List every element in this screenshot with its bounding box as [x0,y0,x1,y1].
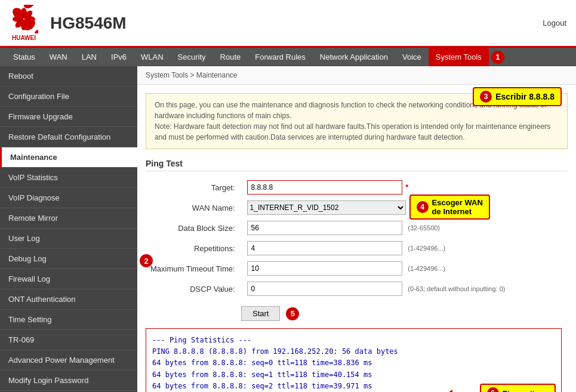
annotation-4-bubble: 4 Escoger WANde Internet [409,195,490,220]
data-block-row: Data Block Size: (32-65500) [146,218,568,238]
data-block-input[interactable] [247,221,402,235]
sidebar-item-voip-diagnose[interactable]: VoIP Diagnose [0,188,137,208]
info-section: On this page, you can use the maintenanc… [146,93,568,149]
sidebar-item-remote-mirror[interactable]: Remote Mirror [0,208,137,229]
ping-section-title: Ping Test [146,159,568,171]
nav-item-route[interactable]: Route [213,48,248,66]
nav-item-wlan[interactable]: WLAN [134,48,171,66]
nav-item-wan[interactable]: WAN [42,48,75,66]
data-block-hint: (32-65500) [408,224,440,232]
content-area: On this page, you can use the maintenanc… [137,85,576,392]
main-content: System Tools > Maintenance On this page,… [137,66,576,392]
annotation-3-text: Escribir 8.8.8.8 [495,92,555,101]
logo-area: HUAWEI [10,5,38,41]
nav-item-security[interactable]: Security [171,48,213,66]
sidebar-item-reboot[interactable]: Reboot [0,66,137,87]
sidebar-item-user-log[interactable]: User Log [0,229,137,249]
ping-test-section: Ping Test 2 Target: * WAN Name: [146,159,568,392]
repetitions-input[interactable] [247,241,402,255]
timeout-input[interactable] [247,261,402,276]
sidebar-item-advanced-power-management[interactable]: Advanced Power Management [0,350,137,371]
timeout-label: Maximum Timeout Time: [146,258,242,279]
device-model: HG8546M [50,14,543,33]
sidebar-item-debug-log[interactable]: Debug Log [0,249,137,269]
sidebar-item-maintenance[interactable]: Maintenance [0,147,137,168]
annotation-4-text: Escoger WANde Internet [432,198,483,216]
target-input[interactable] [247,180,402,195]
annotation-arrow-head [446,390,452,392]
info-text: On this page, you can use the maintenanc… [155,101,550,141]
sidebar-item-ont-authentication[interactable]: ONT Authentication [0,289,137,310]
annotation-4-num: 4 [417,201,429,213]
huawei-logo [10,5,38,33]
dscp-row: DSCP Value: (0-63; default without input… [146,279,568,299]
annotation-6-num: 6 [487,387,499,392]
nav-item-system-tools[interactable]: System Tools [429,48,489,66]
header: HUAWEI HG8546M Logout [0,0,576,48]
annotation-6-bubble: 6 Ping exitoso [480,384,556,392]
annotation-3-bubble: 3 Escribir 8.8.8.8 [473,87,562,106]
svg-point-2 [32,27,38,33]
breadcrumb: System Tools > Maintenance [137,66,576,85]
annotation-5-num: 5 [286,307,299,320]
target-required: * [405,183,408,192]
annotation-6-area: 6 Ping exitoso [451,384,556,392]
nav-item-status[interactable]: Status [6,48,42,66]
nav-item-network-application[interactable]: Network Application [313,48,395,66]
annotation-2-num: 2 [140,254,153,267]
annotation-3-num: 3 [480,91,492,103]
timeout-row: Maximum Timeout Time: (1-429496...) [146,258,568,279]
sidebar-item-tr-069[interactable]: TR-069 [0,330,137,350]
ping-form: Target: * WAN Name: 1_INTERNET_R_VID_150… [146,177,568,299]
repetitions-label: Repetitions: [146,238,242,258]
data-block-label: Data Block Size: [146,218,242,238]
repetitions-row: Repetitions: (1-429496...) [146,238,568,258]
brand-name: HUAWEI [12,35,36,41]
dscp-hint: (0-63; default without inputting: 0) [408,285,505,292]
annotation-6-text: Ping exitoso [503,389,549,392]
ping-output-wrapper: --- Ping Statistics --- PING 8.8.8.8 (8.… [146,328,568,392]
dscp-input[interactable] [247,282,402,296]
navbar: StatusWANLANIPv6WLANSecurityRouteForward… [0,48,576,66]
sidebar-item-configuration-file[interactable]: Configuration File [0,87,137,107]
wan-name-select[interactable]: 1_INTERNET_R_VID_15022_TR069_R_VID_15033… [247,200,406,215]
logout-button[interactable]: Logout [543,18,566,27]
sidebar-item-firmware-upgrade[interactable]: Firmware Upgrade [0,107,137,127]
repetitions-hint: (1-429496...) [408,245,445,252]
timeout-hint: (1-429496...) [408,265,445,272]
sidebar-item-restore-default-configuration[interactable]: Restore Default Configuration [0,127,137,147]
nav-item-voice[interactable]: Voice [395,48,429,66]
layout: RebootConfiguration FileFirmware Upgrade… [0,66,576,392]
wan-name-label: WAN Name: [146,197,242,218]
annotation-1-num: 1 [491,51,504,64]
start-button[interactable]: Start [241,306,280,321]
nav-item-forward-rules[interactable]: Forward Rules [248,48,313,66]
nav-item-lan[interactable]: LAN [75,48,104,66]
start-row: Start 5 [241,306,568,321]
nav-item-ipv6[interactable]: IPv6 [104,48,134,66]
sidebar-item-time-setting[interactable]: Time Setting [0,310,137,330]
wan-name-row: WAN Name: 1_INTERNET_R_VID_15022_TR069_R… [146,197,568,218]
sidebar-item-modify-login-password[interactable]: Modify Login Password [0,371,137,391]
target-row: Target: * [146,177,568,197]
dscp-label: DSCP Value: [146,279,242,299]
sidebar: RebootConfiguration FileFirmware Upgrade… [0,66,137,392]
sidebar-item-voip-statistics[interactable]: VoIP Statistics [0,168,137,188]
sidebar-item-firewall-log[interactable]: Firewall Log [0,269,137,289]
ping-output: --- Ping Statistics --- PING 8.8.8.8 (8.… [146,328,562,392]
target-label: Target: [146,177,242,197]
